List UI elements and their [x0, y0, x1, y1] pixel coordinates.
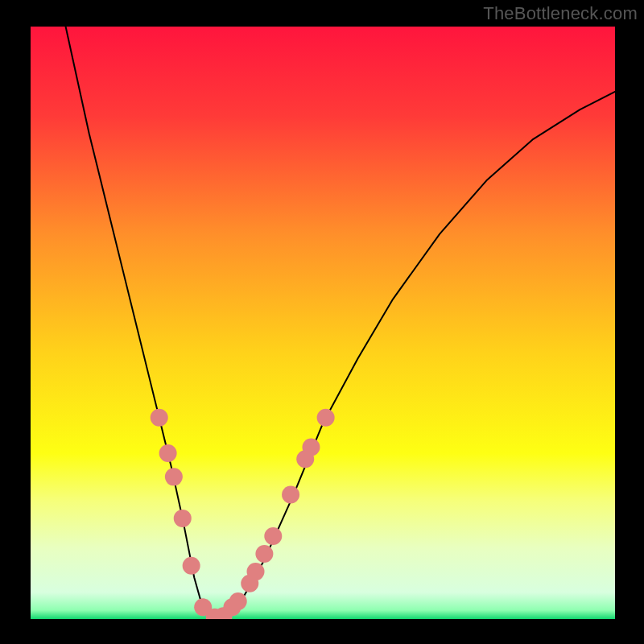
marker-dot — [302, 439, 320, 456]
marker-dot — [174, 510, 192, 527]
marker-dot — [264, 527, 282, 545]
marker-dot — [159, 444, 177, 462]
marker-dot — [165, 468, 183, 485]
bottleneck-chart — [0, 0, 644, 644]
marker-dot — [151, 409, 168, 427]
plot-background — [31, 27, 615, 619]
marker-dot — [255, 545, 273, 563]
marker-dot — [229, 592, 247, 610]
marker-dot — [317, 409, 335, 427]
watermark-text: TheBottleneck.com — [483, 3, 638, 24]
chart-stage: TheBottleneck.com — [0, 0, 644, 644]
marker-dot — [282, 485, 299, 503]
marker-dot — [183, 557, 200, 575]
marker-dot — [247, 563, 265, 580]
